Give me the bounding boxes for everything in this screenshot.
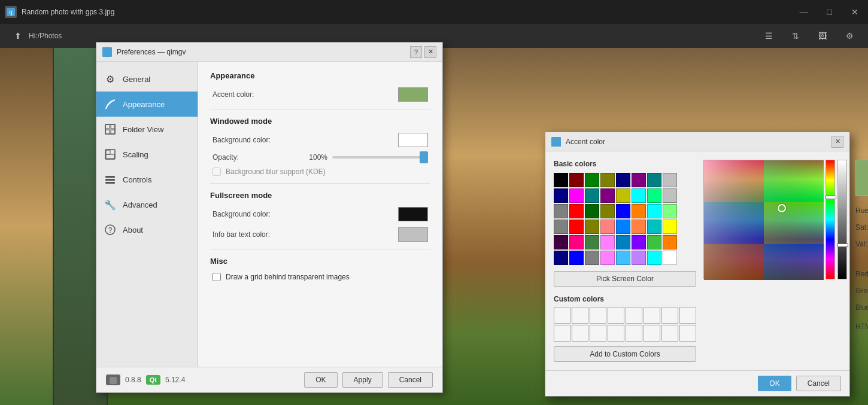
- color-cell-27[interactable]: [600, 220, 615, 234]
- info-bar-swatch[interactable]: [398, 227, 428, 242]
- color-cell-46[interactable]: [647, 251, 661, 265]
- custom-cell-15[interactable]: [661, 325, 678, 342]
- color-cell-15[interactable]: [663, 188, 677, 203]
- color-cell-14[interactable]: [647, 188, 661, 203]
- color-cell-11[interactable]: [600, 188, 615, 203]
- opacity-strip[interactable]: [837, 160, 847, 279]
- apply-button[interactable]: Apply: [342, 372, 383, 388]
- custom-cell-14[interactable]: [644, 325, 660, 342]
- nav-item-about[interactable]: ? About: [96, 217, 198, 242]
- color-cell-38[interactable]: [647, 235, 661, 249]
- color-cell-6[interactable]: [647, 173, 661, 187]
- minimize-button[interactable]: —: [795, 5, 813, 19]
- accent-cancel-button[interactable]: Cancel: [796, 376, 841, 391]
- color-cell-9[interactable]: [569, 188, 584, 203]
- bg-blur-checkbox[interactable]: [213, 168, 221, 176]
- color-cell-42[interactable]: [585, 251, 599, 265]
- color-cell-36[interactable]: [616, 235, 630, 249]
- color-cell-2[interactable]: [585, 173, 599, 187]
- color-cell-28[interactable]: [616, 220, 630, 234]
- color-cell-34[interactable]: [585, 235, 599, 249]
- color-cell-47[interactable]: [663, 251, 677, 265]
- accent-ok-button[interactable]: OK: [758, 376, 791, 391]
- custom-cell-16[interactable]: [679, 325, 696, 342]
- nav-item-general[interactable]: ⚙ General: [96, 66, 198, 92]
- custom-cell-7[interactable]: [661, 307, 678, 324]
- upload-icon[interactable]: ⬆: [14, 31, 22, 41]
- pick-screen-button[interactable]: Pick Screen Color: [554, 271, 696, 287]
- color-cell-25[interactable]: [569, 220, 584, 234]
- dialog-close-button[interactable]: ✕: [424, 46, 436, 58]
- custom-cell-12[interactable]: [608, 325, 624, 342]
- color-cell-12[interactable]: [616, 188, 630, 203]
- settings-icon[interactable]: ⚙: [846, 31, 854, 41]
- custom-cell-3[interactable]: [590, 307, 606, 324]
- spectrum-canvas[interactable]: [703, 160, 823, 279]
- custom-cell-13[interactable]: [626, 325, 642, 342]
- color-cell-22[interactable]: [647, 204, 661, 218]
- fs-bg-swatch[interactable]: [398, 207, 428, 221]
- windowed-bg-swatch[interactable]: [398, 133, 428, 147]
- color-cell-43[interactable]: [600, 251, 615, 265]
- color-cell-17[interactable]: [569, 204, 584, 218]
- color-cell-40[interactable]: [554, 251, 568, 265]
- nav-item-advanced[interactable]: 🔧 Advanced: [96, 192, 198, 217]
- nav-item-controls[interactable]: Controls: [96, 167, 198, 192]
- opacity-slider-thumb[interactable]: [420, 151, 428, 163]
- nav-item-scaling[interactable]: Scaling: [96, 142, 198, 167]
- color-cell-24[interactable]: [554, 220, 568, 234]
- color-cell-39[interactable]: [663, 235, 677, 249]
- custom-cell-11[interactable]: [590, 325, 606, 342]
- custom-cell-4[interactable]: [608, 307, 624, 324]
- custom-cell-2[interactable]: [572, 307, 588, 324]
- draw-grid-checkbox[interactable]: [213, 273, 221, 281]
- color-cell-13[interactable]: [632, 188, 646, 203]
- dialog-help-button[interactable]: ?: [410, 46, 422, 58]
- color-cell-26[interactable]: [585, 220, 599, 234]
- color-cell-8[interactable]: [554, 188, 568, 203]
- color-cell-0[interactable]: [554, 173, 568, 187]
- accent-color-swatch[interactable]: [398, 87, 428, 102]
- color-cell-33[interactable]: [569, 235, 584, 249]
- color-cell-45[interactable]: [632, 251, 646, 265]
- nav-item-folder-view[interactable]: Folder View: [96, 117, 198, 142]
- opacity-slider[interactable]: [332, 156, 428, 159]
- accent-close-button[interactable]: ✕: [831, 136, 843, 148]
- color-cell-30[interactable]: [647, 220, 661, 234]
- color-cell-32[interactable]: [554, 235, 568, 249]
- photo-thumbnail-1[interactable]: [0, 48, 54, 405]
- menu-icon[interactable]: ☰: [765, 31, 773, 41]
- color-cell-16[interactable]: [554, 204, 568, 218]
- add-custom-button[interactable]: Add to Custom Colors: [554, 346, 696, 362]
- color-cell-31[interactable]: [663, 220, 677, 234]
- custom-cell-10[interactable]: [572, 325, 588, 342]
- color-cell-23[interactable]: [663, 204, 677, 218]
- color-cell-35[interactable]: [600, 235, 615, 249]
- color-cell-41[interactable]: [569, 251, 584, 265]
- color-cell-19[interactable]: [600, 204, 615, 218]
- color-cell-21[interactable]: [632, 204, 646, 218]
- custom-cell-9[interactable]: [554, 325, 570, 342]
- custom-cell-6[interactable]: [644, 307, 660, 324]
- nav-item-appearance[interactable]: Appearance: [96, 92, 198, 117]
- color-cell-3[interactable]: [600, 173, 615, 187]
- close-button[interactable]: ✕: [846, 5, 863, 19]
- hue-slider[interactable]: [825, 160, 835, 279]
- color-cell-10[interactable]: [585, 188, 599, 203]
- color-cell-7[interactable]: [663, 173, 677, 187]
- maximize-button[interactable]: □: [823, 5, 837, 19]
- custom-cell-8[interactable]: [679, 307, 696, 324]
- color-cell-4[interactable]: [616, 173, 630, 187]
- color-cell-29[interactable]: [632, 220, 646, 234]
- sort-icon[interactable]: ⇅: [792, 31, 799, 41]
- color-cell-5[interactable]: [632, 173, 646, 187]
- color-cell-44[interactable]: [616, 251, 630, 265]
- color-cell-20[interactable]: [616, 204, 630, 218]
- ok-button[interactable]: OK: [304, 372, 337, 388]
- color-cell-1[interactable]: [569, 173, 584, 187]
- custom-cell-1[interactable]: [554, 307, 570, 324]
- color-cell-37[interactable]: [632, 235, 646, 249]
- image-icon[interactable]: 🖼: [818, 31, 827, 41]
- cancel-button[interactable]: Cancel: [388, 372, 433, 388]
- color-cell-18[interactable]: [585, 204, 599, 218]
